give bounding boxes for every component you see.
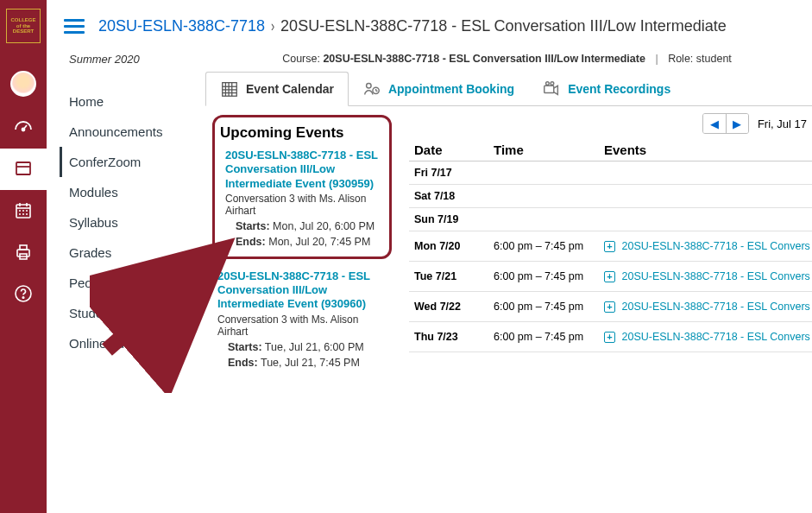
breadcrumb-separator-icon: › bbox=[271, 17, 274, 35]
tab-recordings-label: Event Recordings bbox=[568, 82, 670, 96]
week-row: Tue 7/21 6:00 pm – 7:45 pm + 20SU-ESLN-3… bbox=[409, 262, 812, 292]
event-start-line: Starts: Tue, Jul 21, 6:00 PM bbox=[217, 341, 387, 353]
printer-icon bbox=[13, 242, 34, 263]
week-date: Fri 7/17 bbox=[414, 167, 494, 179]
week-row: Sat 7/18 bbox=[409, 185, 812, 208]
event-link[interactable]: 20SU-ESLN-388C-7718 - ESL Convers bbox=[621, 331, 809, 343]
content-row: Summer 2020 Home Announcements ConferZoo… bbox=[47, 49, 812, 513]
expand-icon[interactable]: + bbox=[604, 332, 615, 343]
event-link[interactable]: 20SU-ESLN-388C-7718 - ESL Convers bbox=[621, 240, 809, 252]
week-nav-buttons: ◀ ▶ bbox=[702, 113, 749, 134]
courses-nav[interactable] bbox=[0, 149, 47, 190]
event-link[interactable]: 20SU-ESLN-388C-7718 - ESL Convers bbox=[621, 270, 809, 282]
ends-label: Ends: bbox=[236, 236, 266, 248]
week-date: Thu 7/23 bbox=[414, 331, 494, 343]
ends-value: Mon, Jul 20, 7:45 PM bbox=[268, 236, 370, 248]
breadcrumb-header: 20SU-ESLN-388C-7718 › 20SU-ESLN-388C-771… bbox=[47, 0, 812, 49]
calendar-pane: Course: 20SU-ESLN-388C-7718 - ESL Conver… bbox=[202, 49, 812, 513]
upcoming-event-1: 20SU-ESLN-388C-7718 - ESL Conversation I… bbox=[212, 269, 392, 369]
recordings-tab-icon bbox=[542, 79, 561, 98]
upcoming-panel: Upcoming Events 20SU-ESLN-388C-7718 - ES… bbox=[202, 106, 402, 513]
course-name: 20SU-ESLN-388C-7718 - ESL Conversation I… bbox=[323, 53, 645, 65]
nav-people[interactable]: People bbox=[69, 268, 202, 298]
ends-value: Tue, Jul 21, 7:45 PM bbox=[261, 357, 360, 369]
week-date: Sun 7/19 bbox=[414, 213, 494, 225]
svg-rect-2 bbox=[16, 162, 30, 174]
nav-announcements[interactable]: Announcements bbox=[69, 117, 202, 147]
event-title-link[interactable]: 20SU-ESLN-388C-7718 - ESL Conversation I… bbox=[225, 149, 379, 191]
event-link[interactable]: 20SU-ESLN-388C-7718 - ESL Convers bbox=[621, 301, 809, 313]
expand-icon[interactable]: + bbox=[604, 271, 615, 282]
tab-event-recordings[interactable]: Event Recordings bbox=[528, 72, 684, 105]
week-date: Tue 7/21 bbox=[414, 270, 494, 282]
institution-logo-text: COLLEGE of the DESERT bbox=[9, 17, 38, 35]
nav-syllabus[interactable]: Syllabus bbox=[69, 207, 202, 238]
inbox-nav[interactable] bbox=[0, 231, 47, 273]
starts-label: Starts: bbox=[228, 341, 262, 353]
tab-bar: Event Calendar Appointment Booking bbox=[205, 72, 812, 106]
calendar-icon bbox=[13, 200, 34, 221]
account-nav[interactable] bbox=[0, 60, 47, 107]
nav-online-tutoring[interactable]: Online Tutoring bbox=[69, 328, 202, 358]
week-time: 6:00 pm – 7:45 pm bbox=[494, 240, 604, 252]
svg-point-19 bbox=[22, 297, 24, 299]
week-row: Sun 7/19 bbox=[409, 208, 812, 231]
tab-appointment-booking[interactable]: Appointment Booking bbox=[349, 72, 528, 105]
svg-line-30 bbox=[376, 90, 378, 91]
breadcrumb-course-link[interactable]: 20SU-ESLN-388C-7718 bbox=[98, 17, 265, 35]
avatar-icon bbox=[10, 71, 36, 97]
institution-logo[interactable]: COLLEGE of the DESERT bbox=[6, 9, 41, 43]
hamburger-icon[interactable] bbox=[64, 16, 85, 37]
svg-point-32 bbox=[546, 81, 550, 85]
col-head-events: Events bbox=[604, 142, 812, 157]
svg-rect-31 bbox=[544, 86, 554, 92]
nav-home[interactable]: Home bbox=[69, 86, 202, 117]
svg-point-33 bbox=[551, 81, 554, 85]
nav-modules[interactable]: Modules bbox=[69, 177, 202, 207]
starts-value: Tue, Jul 21, 6:00 PM bbox=[265, 341, 364, 353]
calendar-tab-icon bbox=[220, 79, 239, 98]
upcoming-event-0: 20SU-ESLN-388C-7718 - ESL Conversation I… bbox=[220, 149, 384, 248]
role-prefix: Role: bbox=[668, 53, 693, 65]
help-nav[interactable] bbox=[0, 273, 47, 314]
svg-rect-15 bbox=[17, 250, 29, 256]
upcoming-highlight-box: Upcoming Events 20SU-ESLN-388C-7718 - ES… bbox=[212, 115, 392, 259]
course-nav: Summer 2020 Home Announcements ConferZoo… bbox=[47, 49, 202, 513]
col-head-date: Date bbox=[414, 142, 494, 157]
event-start-line: Starts: Mon, Jul 20, 6:00 PM bbox=[225, 220, 379, 232]
expand-icon[interactable]: + bbox=[604, 301, 615, 313]
nav-student-services[interactable]: Student Services bbox=[69, 298, 202, 328]
tab-event-calendar[interactable]: Event Calendar bbox=[205, 72, 349, 106]
term-label: Summer 2020 bbox=[69, 53, 202, 66]
week-date: Wed 7/22 bbox=[414, 301, 494, 313]
nav-grades[interactable]: Grades bbox=[69, 238, 202, 268]
upcoming-heading: Upcoming Events bbox=[220, 124, 384, 142]
event-title-link[interactable]: 20SU-ESLN-388C-7718 - ESL Conversation I… bbox=[217, 269, 387, 312]
event-end-line: Ends: Tue, Jul 21, 7:45 PM bbox=[217, 357, 387, 369]
next-week-button[interactable]: ▶ bbox=[726, 114, 748, 133]
starts-value: Mon, Jul 20, 6:00 PM bbox=[273, 220, 375, 232]
week-row: Mon 7/20 6:00 pm – 7:45 pm + 20SU-ESLN-3… bbox=[409, 231, 812, 262]
dashboard-nav[interactable] bbox=[0, 107, 47, 149]
booking-tab-icon bbox=[362, 79, 381, 98]
event-subtitle: Conversation 3 with Ms. Alison Airhart bbox=[217, 314, 387, 338]
help-icon bbox=[13, 283, 34, 304]
week-row: Thu 7/23 6:00 pm – 7:45 pm + 20SU-ESLN-3… bbox=[409, 322, 812, 352]
week-date-label: Fri, Jul 17 bbox=[758, 117, 807, 130]
week-table: ◀ ▶ Fri, Jul 17 Date Time Events Fri 7/1… bbox=[402, 106, 812, 513]
prev-week-button[interactable]: ◀ bbox=[703, 114, 726, 133]
nav-conferzoom[interactable]: ConferZoom bbox=[60, 147, 202, 177]
week-toolbar: ◀ ▶ Fri, Jul 17 bbox=[409, 110, 812, 142]
week-date: Mon 7/20 bbox=[414, 240, 494, 252]
event-subtitle: Conversation 3 with Ms. Alison Airhart bbox=[225, 193, 379, 217]
role-separator: | bbox=[655, 53, 658, 65]
starts-label: Starts: bbox=[236, 220, 270, 232]
expand-icon[interactable]: + bbox=[604, 241, 615, 252]
week-header-row: Date Time Events bbox=[409, 142, 812, 162]
tab-booking-label: Appointment Booking bbox=[388, 82, 514, 96]
calendar-nav[interactable] bbox=[0, 190, 47, 231]
global-nav-rail: COLLEGE of the DESERT bbox=[0, 0, 47, 513]
week-time: 6:00 pm – 7:45 pm bbox=[494, 331, 604, 343]
speedometer-icon bbox=[13, 117, 34, 138]
tab-calendar-label: Event Calendar bbox=[246, 82, 334, 96]
